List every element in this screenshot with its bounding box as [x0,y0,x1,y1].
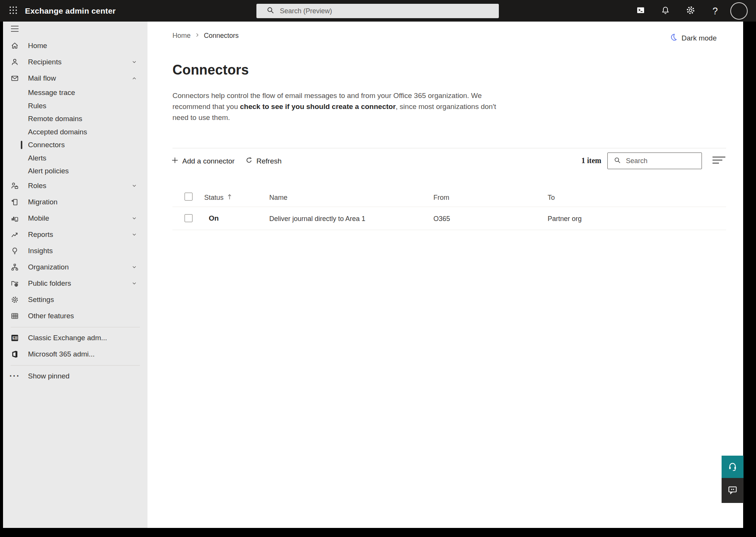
dark-mode-toggle[interactable]: Dark mode [669,33,717,43]
app-launcher-button[interactable] [7,5,20,17]
sidebar-item-label: Message trace [28,89,75,97]
chevron-down-icon [132,216,137,221]
sidebar-item-mail-flow[interactable]: Mail flow [3,70,147,86]
sidebar-divider [11,365,140,366]
sidebar-item-message-trace[interactable]: Message trace [3,86,147,100]
select-all-checkbox[interactable] [185,193,192,201]
person-briefcase-icon [11,182,19,190]
collapse-nav-button[interactable] [3,22,147,37]
list-search-input[interactable] [626,157,694,165]
list-search-box[interactable] [607,153,702,169]
sidebar-item-label: Recipients [28,58,62,66]
svg-text:E: E [12,336,15,340]
row-checkbox[interactable] [185,214,192,222]
sidebar-item-roles[interactable]: Roles [3,178,147,194]
moon-icon [669,33,678,43]
support-button[interactable] [722,456,744,478]
sidebar-item-classic-exchange[interactable]: E Classic Exchange adm... [3,330,147,346]
row-name[interactable]: Deliver journal directly to Area 1 [269,215,365,223]
sidebar-item-label: Settings [28,296,54,304]
filter-icon [712,156,726,166]
sidebar-item-m365-admin[interactable]: Microsoft 365 admi... [3,346,147,363]
feedback-button[interactable] [722,478,744,503]
sidebar-item-label: Show pinned [28,372,70,380]
sidebar-item-label: Migration [28,198,57,206]
more-icon: ··· [11,372,19,380]
sidebar-divider [11,327,140,327]
org-chart-icon [11,263,19,271]
column-label: Status [204,194,224,202]
sidebar-item-home[interactable]: Home [3,37,147,54]
table-icon [11,312,19,320]
sidebar-item-accepted-domains[interactable]: Accepted domains [3,126,147,139]
sidebar-item-label: Accepted domains [28,128,87,136]
breadcrumb-home-link[interactable]: Home [172,32,191,40]
sidebar-item-label: Microsoft 365 admi... [28,350,95,358]
chevron-down-icon [132,265,137,270]
dark-mode-label: Dark mode [681,34,717,42]
sidebar-item-organization[interactable]: Organization [3,259,147,276]
sidebar-item-remote-domains[interactable]: Remote domains [3,112,147,126]
sidebar-item-reports[interactable]: Reports [3,227,147,243]
hamburger-icon [11,25,19,34]
waffle-icon [8,5,18,17]
sidebar-item-label: Alert policies [28,167,69,175]
classic-exchange-icon: E [11,334,19,342]
settings-button[interactable] [685,6,696,16]
refresh-button[interactable]: Refresh [245,153,282,170]
description-link[interactable]: check to see if you should create a conn… [240,103,396,111]
sidebar-item-label: Mobile [28,214,49,223]
sidebar-item-show-pinned[interactable]: ··· Show pinned [3,368,147,384]
row-status: On [209,214,219,223]
gear-icon [11,296,19,304]
column-header-from[interactable]: From [433,194,449,202]
sidebar-item-migration[interactable]: Migration [3,194,147,210]
sidebar-item-insights[interactable]: Insights [3,243,147,259]
chat-bubble-icon [727,484,738,497]
sidebar-item-label: Home [28,42,47,50]
sidebar-item-mobile[interactable]: Mobile [3,210,147,227]
toolbar-divider [172,148,726,148]
chevron-down-icon [132,183,137,188]
avatar[interactable] [730,2,748,20]
filter-button[interactable] [712,156,726,166]
plus-icon [171,156,179,166]
sidebar-item-label: Rules [28,102,47,110]
top-bar: Exchange admin center [0,0,756,22]
sidebar-item-alerts[interactable]: Alerts [3,152,147,165]
chevron-down-icon [132,281,137,286]
sidebar-item-recipients[interactable]: Recipients [3,54,147,70]
column-header-status[interactable]: Status [204,194,232,202]
cloud-shell-button[interactable] [635,6,646,16]
lightbulb-icon [11,247,19,255]
folder-globe-icon [11,279,19,288]
column-header-to[interactable]: To [548,194,555,202]
column-header-name[interactable]: Name [269,194,287,202]
sidebar-item-label: Reports [28,230,53,239]
add-connector-button[interactable]: Add a connector [171,153,234,170]
help-button[interactable]: ? [710,6,720,16]
sidebar-item-rules[interactable]: Rules [3,100,147,113]
sidebar-item-connectors[interactable]: Connectors [3,139,147,152]
sidebar-item-public-folders[interactable]: Public folders [3,276,147,292]
headset-icon [727,461,738,473]
sidebar-item-settings[interactable]: Settings [3,292,147,308]
sidebar-item-label: Insights [28,247,53,255]
sidebar-item-alert-policies[interactable]: Alert policies [3,165,147,178]
chevron-right-icon [194,32,200,40]
chart-phone-icon [11,214,19,223]
global-search-input[interactable] [280,7,477,15]
screen: Exchange admin center [0,0,756,537]
bell-icon [661,6,670,17]
gear-icon [686,5,695,17]
sidebar-item-label: Classic Exchange adm... [28,334,107,342]
notifications-button[interactable] [660,6,671,16]
global-search-box[interactable] [256,4,499,18]
main-content: Home Connectors Dark mode Connectors Con… [147,22,743,528]
sidebar-item-label: Mail flow [28,74,56,82]
sidebar-item-other-features[interactable]: Other features [3,308,147,324]
sidebar-item-label: Other features [28,312,74,320]
sidebar-item-label: Connectors [28,141,65,149]
chevron-down-icon [132,232,137,237]
row-from: O365 [433,215,450,223]
